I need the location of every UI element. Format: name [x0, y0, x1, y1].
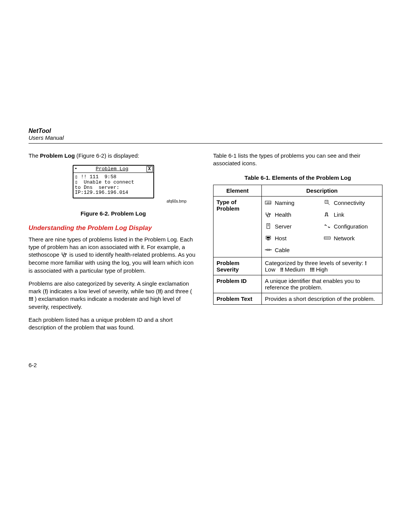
intro-line: The Problem Log (Figure 6-2) is displaye… — [29, 152, 198, 160]
row-id: Problem ID A unique identifier that enab… — [213, 275, 382, 293]
two-column-layout: The Problem Log (Figure 6-2) is displaye… — [29, 152, 382, 368]
server-icon — [265, 224, 272, 229]
type-configuration-label: Configuration — [334, 223, 368, 230]
table-caption: Table 6-1. Elements of the Problem Log — [213, 174, 382, 181]
type-naming-label: Naming — [275, 200, 295, 206]
device-screenshot: • Problem Log X ▯ !! 111 9:58 ▯ Unable t… — [73, 165, 154, 198]
sev-med-label: Medium — [285, 266, 305, 273]
type-host: Host — [265, 235, 320, 241]
cable-icon — [265, 247, 272, 252]
high-severity-icon: !!! — [29, 296, 33, 302]
device-title: Problem Log — [78, 166, 147, 172]
page-header: NetTool Users Manual — [29, 128, 382, 141]
cell-text-desc: Provides a short description of the prob… — [262, 293, 382, 304]
sev-low-label: Low — [265, 266, 276, 273]
cell-type-label: Type of Problem — [213, 196, 262, 257]
type-configuration: Configuration — [324, 223, 379, 230]
network-icon — [324, 235, 331, 241]
close-icon: X — [147, 166, 153, 172]
dev-line4: IP:129.196.196.014 — [75, 190, 128, 195]
type-connectivity-label: Connectivity — [334, 200, 365, 206]
section-heading: Understanding the Problem Log Display — [29, 224, 198, 232]
table-header-row: Element Description — [213, 185, 382, 196]
sev-med-icon: !! — [280, 266, 283, 273]
sev-low-icon: ! — [365, 260, 366, 266]
svg-rect-18 — [267, 249, 268, 251]
cell-type-desc: abc Naming ? Connectivity Health — [262, 196, 382, 257]
medium-severity-icon: !! — [158, 288, 161, 294]
svg-point-0 — [65, 254, 66, 255]
naming-icon: abc — [265, 200, 272, 205]
type-server-label: Server — [275, 223, 292, 230]
paragraph-2: Problems are also categorized by severit… — [29, 280, 198, 311]
bmp-filename: afq60s.bmp — [29, 199, 186, 203]
p2d: ) exclamation marks indicate a moderate … — [29, 296, 181, 310]
product-name: NetTool — [29, 128, 382, 134]
p2b: ) indicates a low level of severity, whi… — [46, 288, 158, 294]
right-column: Table 6-1 lists the types of problems yo… — [213, 152, 382, 368]
type-cable-label: Cable — [275, 247, 290, 253]
sev-desc-a: Categorized by three levels of severity: — [265, 260, 365, 266]
type-link: Link — [324, 211, 379, 218]
host-icon — [265, 235, 272, 241]
left-column: The Problem Log (Figure 6-2) is displaye… — [29, 152, 198, 368]
sev-high-icon: !!! — [310, 266, 314, 273]
right-intro: Table 6-1 lists the types of problems yo… — [213, 152, 382, 168]
svg-rect-19 — [269, 249, 270, 251]
type-link-label: Link — [334, 211, 344, 218]
type-naming: abc Naming — [265, 200, 320, 206]
configuration-icon — [324, 224, 331, 229]
type-network: Network — [324, 235, 379, 241]
svg-point-5 — [269, 213, 270, 214]
p2c: ) and three ( — [161, 288, 192, 294]
svg-text:?: ? — [326, 200, 328, 204]
device-body: ▯ !! 111 9:58 ▯ Unable to connect to Dns… — [73, 173, 153, 198]
manual-subtitle: Users Manual — [29, 134, 382, 141]
cell-text-label: Problem Text — [213, 293, 262, 304]
page-number: 6-2 — [29, 362, 198, 368]
health-icon — [265, 212, 272, 217]
th-description: Description — [262, 185, 382, 196]
row-type: Type of Problem abc Naming ? Connectivit… — [213, 196, 382, 257]
svg-text:abc: abc — [266, 201, 271, 204]
sev-high-label: High — [316, 266, 328, 273]
paragraph-1: There are nine types of problems listed … — [29, 236, 198, 275]
type-connectivity: ? Connectivity — [324, 200, 379, 206]
row-severity: Problem Severity Categorized by three le… — [213, 257, 382, 275]
type-health-label: Health — [275, 211, 291, 218]
type-health: Health — [265, 211, 320, 218]
svg-rect-10 — [267, 237, 270, 238]
header-rule — [29, 143, 382, 144]
cell-id-desc: A unique identifier that enables you to … — [262, 275, 382, 293]
page: NetTool Users Manual The Problem Log (Fi… — [0, 0, 411, 391]
cell-sev-label: Problem Severity — [213, 257, 262, 275]
paragraph-3: Each problem listed has a unique problem… — [29, 316, 198, 332]
menu-dot-icon: • — [74, 166, 78, 172]
cell-id-label: Problem ID — [213, 275, 262, 293]
th-element: Element — [213, 185, 262, 196]
figure-caption: Figure 6-2. Problem Log — [29, 210, 198, 217]
intro-post: (Figure 6-2) is displayed: — [75, 152, 139, 159]
stethoscope-icon — [61, 251, 68, 259]
types-grid: abc Naming ? Connectivity Health — [265, 200, 379, 253]
type-host-label: Host — [275, 235, 287, 241]
device-titlebar: • Problem Log X — [73, 166, 153, 173]
svg-rect-12 — [324, 237, 330, 239]
type-server: Server — [265, 223, 320, 230]
intro-pre: The — [29, 152, 40, 159]
connectivity-icon: ? — [324, 200, 331, 205]
cell-sev-desc: Categorized by three levels of severity:… — [262, 257, 382, 275]
elements-table: Element Description Type of Problem abc … — [213, 185, 382, 305]
link-icon — [324, 212, 331, 217]
intro-bold: Problem Log — [40, 152, 75, 159]
type-cable: Cable — [265, 247, 320, 253]
row-text: Problem Text Provides a short descriptio… — [213, 293, 382, 304]
type-network-label: Network — [334, 235, 355, 241]
